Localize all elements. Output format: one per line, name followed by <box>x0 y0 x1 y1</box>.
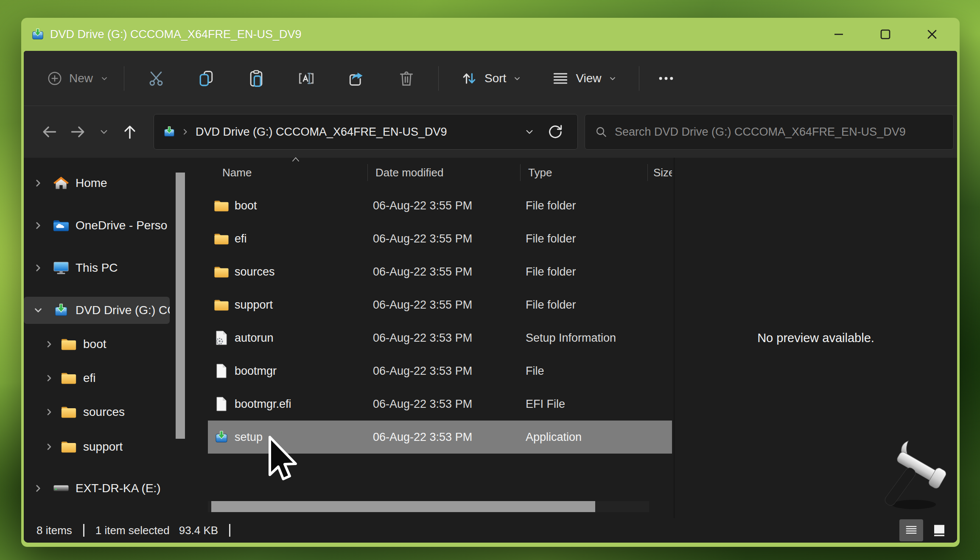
expand-chevron-icon[interactable] <box>31 176 46 191</box>
expand-chevron-icon[interactable] <box>31 218 46 233</box>
maximize-button[interactable] <box>862 18 909 51</box>
delete-button[interactable] <box>393 65 420 92</box>
file-row-support[interactable]: support 06-Aug-22 3:55 PM File folder <box>208 288 672 321</box>
paste-button[interactable] <box>243 65 269 92</box>
setup-app-icon <box>163 126 175 138</box>
horizontal-scrollbar[interactable] <box>208 501 649 512</box>
sidebar-scrollbar-thumb[interactable] <box>176 173 185 439</box>
file-date-modified: 06-Aug-22 3:53 PM <box>367 431 520 444</box>
folder-icon <box>60 370 77 387</box>
navigation-bar: DVD Drive (G:) CCCOMA_X64FRE_EN-US_DV9 <box>24 106 957 158</box>
sidebar-item-onedrive[interactable]: OneDrive - Perso <box>24 212 170 239</box>
navigation-pane: Home OneDrive - P <box>24 158 175 518</box>
address-dropdown-button[interactable] <box>520 120 539 144</box>
details-view-button[interactable] <box>899 519 923 541</box>
column-header-size[interactable]: Size <box>647 164 672 181</box>
chevron-down-icon <box>608 73 618 84</box>
expand-chevron-icon[interactable] <box>31 260 46 276</box>
file-list: Name Date modified Type Size <box>187 158 674 518</box>
file-row-bootmgr[interactable]: bootmgr 06-Aug-22 3:53 PM File <box>208 354 672 387</box>
large-icons-view-button[interactable] <box>927 519 951 541</box>
folder-icon <box>60 404 77 421</box>
search-input[interactable] <box>615 125 946 139</box>
sidebar-item-label: Home <box>76 176 107 190</box>
file-type: Setup Information <box>520 332 647 345</box>
file-type: File folder <box>520 265 647 279</box>
chevron-down-icon <box>98 126 110 138</box>
file-date-modified: 06-Aug-22 3:55 PM <box>367 199 520 212</box>
sort-icon <box>460 69 479 88</box>
file-row-setup[interactable]: setup 06-Aug-22 3:53 PM Application <box>208 421 672 454</box>
explorer-content: Home OneDrive - P <box>24 158 957 518</box>
copy-button[interactable] <box>193 65 219 92</box>
onedrive-icon <box>53 217 70 234</box>
minimize-button[interactable] <box>815 18 862 51</box>
horizontal-scrollbar-thumb[interactable] <box>211 501 595 512</box>
close-button[interactable] <box>909 18 955 51</box>
new-button-label: New <box>69 72 93 85</box>
breadcrumb[interactable]: DVD Drive (G:) CCCOMA_X64FRE_EN-US_DV9 <box>163 125 447 139</box>
sidebar-item-dvd-drive[interactable]: DVD Drive (G:) CC <box>24 297 170 324</box>
chevron-right-icon <box>180 127 190 137</box>
file-row-sources[interactable]: sources 06-Aug-22 3:55 PM File folder <box>208 255 672 288</box>
setup-app-icon <box>31 28 44 41</box>
back-button[interactable] <box>37 120 62 144</box>
file-row-efi[interactable]: efi 06-Aug-22 3:55 PM File folder <box>208 222 672 255</box>
expand-chevron-icon[interactable] <box>31 481 46 496</box>
rename-button[interactable] <box>293 65 319 92</box>
expand-chevron-icon[interactable] <box>42 371 57 386</box>
new-button[interactable]: New <box>39 66 117 91</box>
search-box[interactable] <box>585 114 954 150</box>
maximize-icon <box>879 28 892 41</box>
refresh-button[interactable] <box>543 120 568 144</box>
forward-button[interactable] <box>66 120 90 144</box>
titlebar[interactable]: DVD Drive (G:) CCCOMA_X64FRE_EN-US_DV9 <box>24 18 957 51</box>
column-header-type[interactable]: Type <box>520 164 647 181</box>
collapse-chevron-icon[interactable] <box>31 303 46 318</box>
sidebar-item-this-pc[interactable]: This PC <box>24 254 170 281</box>
expand-chevron-icon[interactable] <box>42 439 57 454</box>
search-icon <box>594 125 608 139</box>
trash-icon <box>397 69 416 88</box>
item-count: 8 items <box>36 524 72 537</box>
recent-locations-button[interactable] <box>95 120 113 144</box>
ellipsis-icon <box>657 69 675 88</box>
sidebar-item-boot[interactable]: boot <box>24 331 170 358</box>
sidebar-scrollbar[interactable] <box>175 158 187 518</box>
expand-chevron-icon[interactable] <box>42 404 57 420</box>
toolbar-separator <box>438 66 439 91</box>
sidebar-item-home[interactable]: Home <box>24 170 170 197</box>
breadcrumb-path[interactable]: DVD Drive (G:) CCCOMA_X64FRE_EN-US_DV9 <box>196 125 447 139</box>
share-button[interactable] <box>343 65 370 92</box>
sidebar-item-ext-drive[interactable]: EXT-DR-KA (E:) <box>24 475 170 502</box>
desktop: DVD Drive (G:) CCCOMA_X64FRE_EN-US_DV9 <box>0 0 980 560</box>
column-header-date-modified[interactable]: Date modified <box>367 164 520 181</box>
expand-chevron-icon[interactable] <box>42 337 57 352</box>
file-name: sources <box>235 265 275 279</box>
folder-icon <box>214 297 229 312</box>
up-button[interactable] <box>118 120 142 144</box>
file-date-modified: 06-Aug-22 3:53 PM <box>367 365 520 378</box>
details-view-icon <box>904 523 919 538</box>
file-row-boot[interactable]: boot 06-Aug-22 3:55 PM File folder <box>208 189 672 222</box>
column-header-name[interactable]: Name <box>208 164 367 181</box>
folder-icon <box>60 336 77 353</box>
file-name: boot <box>235 199 257 212</box>
more-options-button[interactable] <box>652 65 680 92</box>
file-row-bootmgr-efi[interactable]: bootmgr.efi 06-Aug-22 3:53 PM EFI File <box>208 387 672 421</box>
command-toolbar: New <box>24 51 957 106</box>
address-bar[interactable]: DVD Drive (G:) CCCOMA_X64FRE_EN-US_DV9 <box>154 114 578 150</box>
file-type: File folder <box>520 232 647 245</box>
folder-icon <box>214 198 229 213</box>
sidebar-item-support[interactable]: support <box>24 433 170 460</box>
sidebar-item-efi[interactable]: efi <box>24 365 170 392</box>
sidebar-item-sources[interactable]: sources <box>24 398 170 426</box>
file-row-autorun[interactable]: autorun 06-Aug-22 3:53 PM Setup Informat… <box>208 321 672 354</box>
sort-button[interactable]: Sort <box>453 65 529 92</box>
cut-button[interactable] <box>143 65 169 92</box>
sidebar-item-label: efi <box>83 371 96 385</box>
sidebar-item-label: EXT-DR-KA (E:) <box>76 482 161 495</box>
share-icon <box>347 69 366 88</box>
view-button[interactable]: View <box>544 65 624 92</box>
home-icon <box>53 175 70 192</box>
